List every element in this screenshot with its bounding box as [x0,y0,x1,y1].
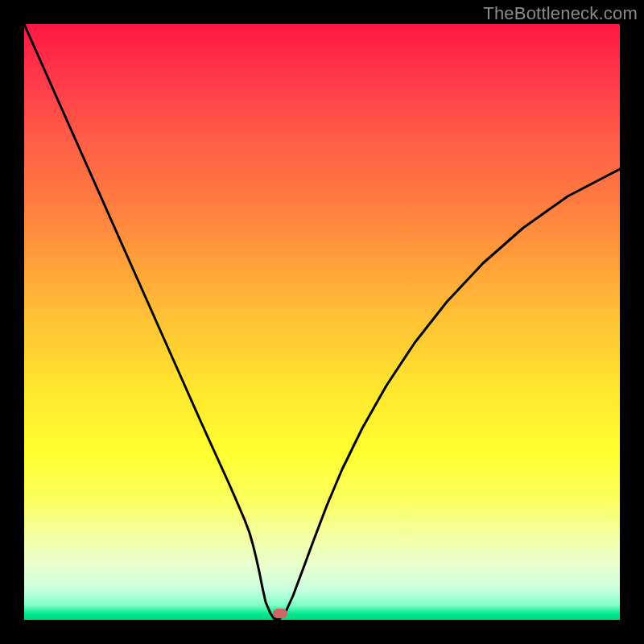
optimal-point-marker [273,609,287,618]
curve-svg [24,24,620,620]
bottleneck-curve [24,24,620,620]
watermark-text: TheBottleneck.com [483,3,638,24]
plot-area [24,24,620,620]
chart-frame: TheBottleneck.com [0,0,644,644]
